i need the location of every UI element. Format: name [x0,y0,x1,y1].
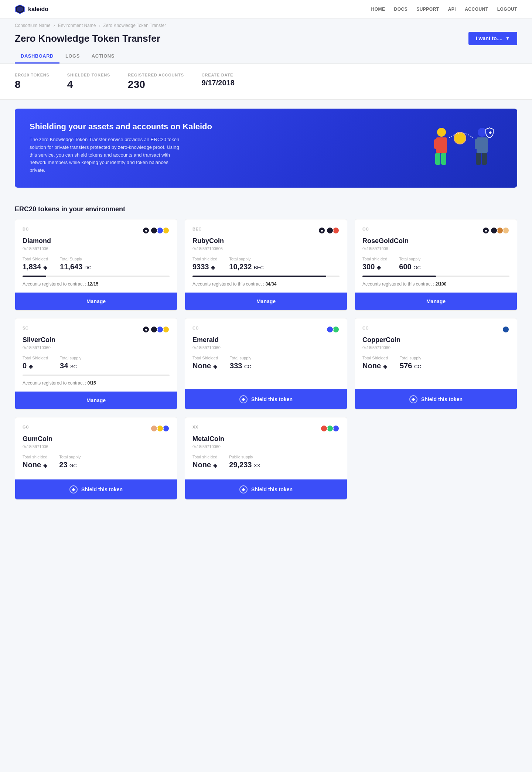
card-top-coppercoin: CC [362,326,509,333]
token-stats-diamond: Total Shielded 1,834 ◈ Total Supply 11,6… [23,257,170,271]
section-header: ERC20 tokens in your environment [0,197,532,219]
breadcrumb-environment[interactable]: Environment Name [58,23,96,28]
token-card-emerald: CC Emerald 0x18f59710060 Total Shielded … [185,318,347,410]
svg-rect-11 [475,139,478,149]
stat-date-value: 9/17/2018 [202,79,235,87]
token-stats-coppercoin: Total Shielded None ◈ Total supply 576 C… [362,356,509,370]
card-top-silvercoin: SC ◆ [23,326,170,333]
svg-rect-5 [441,139,445,149]
logo[interactable]: kaleido [15,4,48,14]
supply-stat-gumcoin: Total supply 23 GC [59,455,81,469]
token-card-metalcoin: XX MetalCoin 0x18f59710060 Total shielde… [185,417,347,500]
accounts-info-rubycoin: Accounts registered to this contract : 3… [192,281,340,287]
stat-shielded-tokens: SHIELDED TOKENS 4 [67,73,110,90]
token-stats-rosegoldcoin: Total shielded 300 ◈ Total supply 600 OC [362,257,509,271]
nav-docs[interactable]: DOCS [394,7,407,12]
shielded-stat-metalcoin: Total shielded None ◈ [192,455,217,469]
token-stats-metalcoin: Total shielded None ◈ Public supply 29,2… [192,455,340,469]
token-address-diamond: 0x18f5971006 [23,246,170,251]
token-card-rubycoin: BEC ◆ RubyCoin 0x18f597100605 Total shie… [185,219,347,311]
token-address-gumcoin: 0x18f5971006 [23,444,170,449]
svg-rect-7 [441,153,446,165]
supply-stat-diamond: Total Supply 11,643 DC [60,257,92,271]
stat-create-date: CREATE DATE 9/17/2018 [202,73,235,90]
token-abbr-silvercoin: SC [23,326,28,330]
stat-erc20-label: ERC20 TOKENS [15,73,50,77]
accounts-info-rosegoldcoin: Accounts registered to this contract : 2… [362,281,509,287]
token-stats-silvercoin: Total Shielded 0 ◈ Total supply 34 SC [23,356,170,370]
chevron-down-icon: ▼ [505,36,510,41]
manage-button-rubycoin[interactable]: Manage [185,293,347,310]
supply-stat-coppercoin: Total supply 576 CC [400,356,421,370]
token-abbr-diamond: DC [23,227,29,231]
progress-fill-rubycoin [192,276,326,277]
token-stats-rubycoin: Total shielded 9333 ◈ Total supply 10,23… [192,257,340,271]
svg-point-9 [478,128,487,137]
token-address-rosegoldcoin: 0x18f5971006 [362,246,509,251]
supply-stat-silvercoin: Total supply 34 SC [60,356,81,370]
token-abbr-gumcoin: GC [23,425,29,429]
nav-home[interactable]: HOME [371,7,385,12]
token-card-diamond: DC ◆ Diamond 0x18f5971006 Total Shielded… [15,219,177,311]
nav-logout[interactable]: LOGOUT [497,7,517,12]
stat-shielded-label: SHIELDED TOKENS [67,73,110,77]
stat-shielded-value: 4 [67,79,110,90]
card-body-gumcoin: GC GumCoin 0x18f5971006 Total shielded N… [15,417,177,479]
stats-bar: ERC20 TOKENS 8 SHIELDED TOKENS 4 REGISTE… [0,64,532,100]
accounts-info-diamond: Accounts registered to contract : 12/15 [23,281,170,287]
breadcrumb: Consortium Name › Environment Name › Zer… [0,18,532,28]
progress-bar-diamond [23,276,170,277]
shielded-stat-silvercoin: Total Shielded 0 ◈ [23,356,48,370]
shield-icon: ◆ [409,395,417,403]
tab-logs[interactable]: LOGS [59,49,86,64]
action-button-label: I want to.... [476,35,502,41]
shield-button-metalcoin[interactable]: ◆ Shield this token [185,479,347,499]
shield-button-emerald[interactable]: ◆ Shield this token [185,389,347,409]
hero-banner: Shielding your assets and accounts on Ka… [15,109,517,188]
action-button[interactable]: I want to.... ▼ [468,32,517,45]
shielded-stat-rosegoldcoin: Total shielded 300 ◈ [362,257,387,271]
nav-links: HOME DOCS SUPPORT API ACCOUNT LOGOUT [371,7,517,12]
card-body-emerald: CC Emerald 0x18f59710060 Total Shielded … [185,318,347,389]
token-name-rubycoin: RubyCoin [192,237,340,245]
manage-button-diamond[interactable]: Manage [15,293,177,310]
shield-button-coppercoin[interactable]: ◆ Shield this token [355,389,517,409]
nav-support[interactable]: SUPPORT [416,7,439,12]
tab-actions[interactable]: ACTIONS [86,49,120,64]
nav-account[interactable]: ACCOUNT [465,7,488,12]
token-name-gumcoin: GumCoin [23,435,170,443]
supply-stat-rosegoldcoin: Total supply 600 OC [399,257,420,271]
card-top-diamond: DC ◆ [23,227,170,234]
accounts-info-silvercoin: Accounts registered to contract : 0/15 [23,380,170,386]
svg-rect-4 [434,139,438,149]
token-address-metalcoin: 0x18f59710060 [192,444,340,449]
manage-button-rosegoldcoin[interactable]: Manage [355,293,517,310]
token-abbr-emerald: CC [192,326,199,330]
shield-icon: ◆ [239,395,248,403]
token-abbr-metalcoin: XX [192,425,198,429]
supply-stat-metalcoin: Public supply 29,233 XX [229,455,260,469]
svg-rect-6 [435,153,440,165]
tab-dashboard[interactable]: DASHBOARD [15,49,59,64]
token-address-emerald: 0x18f59710060 [192,345,340,350]
tokens-grid: DC ◆ Diamond 0x18f5971006 Total Shielded… [0,219,532,509]
shield-button-gumcoin[interactable]: ◆ Shield this token [15,479,177,499]
progress-bar-rubycoin [192,276,340,277]
breadcrumb-consortium[interactable]: Consortium Name [15,23,51,28]
card-body-diamond: DC ◆ Diamond 0x18f5971006 Total Shielded… [15,219,177,293]
progress-fill-rosegoldcoin [362,276,436,277]
card-body-coppercoin: CC CopperCoin 0x18f59710060 Total Shield… [355,318,517,389]
nav-api[interactable]: API [448,7,456,12]
token-address-rubycoin: 0x18f597100605 [192,246,340,251]
token-name-rosegoldcoin: RoseGoldCoin [362,237,509,245]
page-title: Zero Knowledge Token Transfer [15,33,160,44]
token-card-gumcoin: GC GumCoin 0x18f5971006 Total shielded N… [15,417,177,500]
svg-text:◆: ◆ [488,130,492,134]
hero-illustration: ◆ [421,124,502,172]
stat-erc20-value: 8 [15,79,50,90]
token-address-silvercoin: 0x18f59710060 [23,345,170,350]
manage-button-silvercoin[interactable]: Manage [15,392,177,409]
svg-point-2 [437,128,446,137]
breadcrumb-sep1: › [54,23,55,28]
token-name-coppercoin: CopperCoin [362,336,509,344]
